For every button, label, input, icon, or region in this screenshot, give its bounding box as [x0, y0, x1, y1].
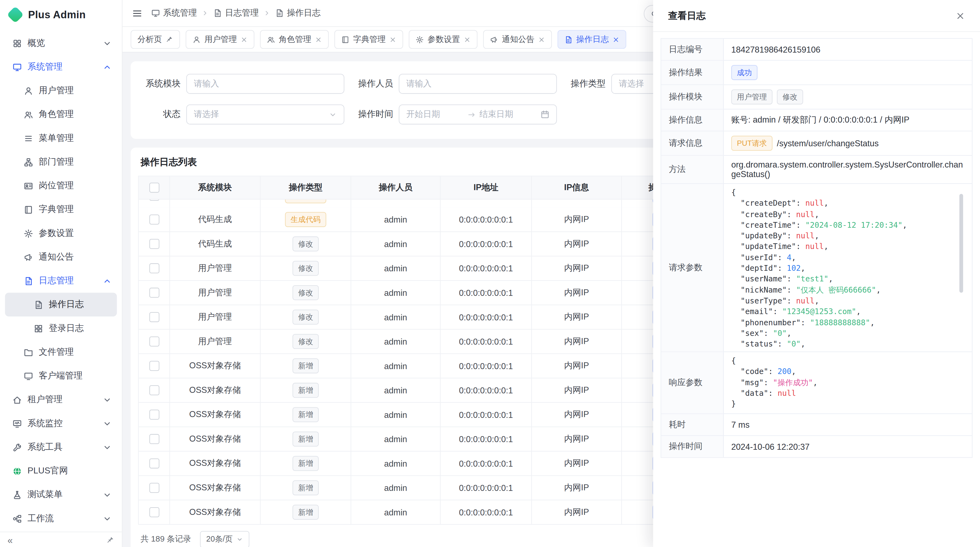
sidebar-item-label: 菜单管理	[39, 133, 74, 144]
tab-notice[interactable]: 通知公告	[483, 30, 552, 49]
json-code: { "code": 200, "msg": "操作成功", "data": nu…	[731, 356, 963, 410]
system-module-input[interactable]: 请输入	[186, 74, 344, 94]
tab-analysis[interactable]: 分析页	[130, 30, 180, 49]
home-icon	[13, 395, 22, 404]
cell-module: OSS对象存储	[170, 378, 261, 403]
sidebar-collapse-button[interactable]: «	[8, 535, 13, 544]
row-checkbox[interactable]	[149, 288, 159, 298]
sidebar-item-role-management[interactable]: 角色管理	[5, 103, 117, 126]
menu-toggle-button[interactable]	[132, 8, 142, 19]
sidebar-item-workflow[interactable]: 工作流	[5, 507, 117, 530]
row-checkbox[interactable]	[149, 336, 159, 346]
detail-label: 操作模块	[661, 85, 724, 109]
sidebar-item-param-settings[interactable]: 参数设置	[5, 222, 117, 245]
sidebar-item-notice[interactable]: 通知公告	[5, 245, 117, 269]
cell-ip: 0:0:0:0:0:0:0:1	[441, 452, 532, 476]
checkbox-cell	[139, 232, 170, 257]
column-header: 操作人员	[351, 176, 441, 199]
sidebar-item-dept-management[interactable]: 部门管理	[5, 150, 117, 174]
select-all-checkbox[interactable]	[149, 182, 159, 193]
chevron-down-icon	[103, 442, 112, 452]
sidebar-item-user-management[interactable]: 用户管理	[5, 79, 117, 102]
cell-ip: 0:0:0:0:0:0:0:1	[441, 427, 532, 452]
cell-operator: admin	[351, 232, 441, 257]
operation-time-daterange[interactable]: 开始日期结束日期	[399, 104, 557, 124]
sidebar-item-operation-log[interactable]: 操作日志	[5, 293, 117, 316]
tab-param-settings[interactable]: 参数设置	[409, 30, 478, 49]
row-checkbox[interactable]	[149, 263, 159, 273]
filter-group-operation-time: 操作时间开始日期结束日期	[355, 104, 557, 124]
row-checkbox[interactable]	[149, 199, 159, 201]
drawer-close-button[interactable]	[956, 11, 965, 20]
chevron-up-icon	[103, 276, 112, 285]
row-checkbox[interactable]	[149, 507, 159, 517]
row-checkbox[interactable]	[149, 483, 159, 493]
module-badge: 修改	[777, 89, 803, 104]
sidebar-item-plus-website[interactable]: PLUS官网	[5, 459, 117, 483]
tab-close-icon[interactable]	[241, 36, 247, 43]
cell-ip: 0:0:0:0:0:0:0:1	[441, 281, 532, 305]
sidebar-item-system-management[interactable]: 系统管理	[5, 55, 117, 79]
sidebar-pin-button[interactable]	[106, 536, 115, 544]
filter-label: 系统模块	[142, 78, 180, 89]
tab-user-management[interactable]: 用户管理	[186, 30, 255, 49]
tab-label: 用户管理	[204, 34, 237, 45]
tab-role-management[interactable]: 角色管理	[260, 30, 329, 49]
row-checkbox[interactable]	[149, 458, 159, 469]
tab-close-icon[interactable]	[464, 36, 471, 43]
cell-action: 生成代码	[261, 207, 351, 232]
sidebar-item-log-management[interactable]: 日志管理	[5, 269, 117, 293]
sidebar-item-login-log[interactable]: 登录日志	[5, 317, 117, 340]
tab-dict-management[interactable]: 字典管理	[334, 30, 403, 49]
tab-close-icon[interactable]	[389, 36, 396, 43]
gear-icon	[24, 228, 33, 238]
detail-value: 1842781986426159106	[731, 45, 821, 54]
row-checkbox[interactable]	[149, 434, 159, 444]
cell-ip: 0:0:0:0:0:0:0:1	[441, 232, 532, 257]
page-size-select[interactable]: 20条/页	[200, 531, 250, 547]
action-type-badge: 生成代码	[285, 212, 326, 227]
status-select[interactable]: 请选择	[186, 104, 344, 124]
sidebar-item-system-monitor[interactable]: 系统监控	[5, 411, 117, 435]
users-icon	[24, 110, 33, 119]
action-type-badge: 新增	[293, 383, 318, 398]
cell-action: 修改	[261, 281, 351, 305]
sidebar-item-system-tools[interactable]: 系统工具	[5, 435, 117, 459]
sidebar-item-client-management[interactable]: 客户端管理	[5, 364, 117, 388]
user-icon	[24, 86, 33, 95]
breadcrumb-item-system-management[interactable]: 系统管理	[151, 8, 197, 19]
breadcrumb-item-operation-log[interactable]: 操作日志	[275, 8, 321, 19]
sidebar-item-test-menu[interactable]: 测试菜单	[5, 483, 117, 506]
detail-label: 请求参数	[661, 184, 724, 351]
row-checkbox[interactable]	[149, 361, 159, 371]
sidebar-item-file-management[interactable]: 文件管理	[5, 340, 117, 364]
row-checkbox[interactable]	[149, 410, 159, 420]
tab-close-icon[interactable]	[538, 36, 545, 43]
operator-input[interactable]: 请输入	[399, 74, 557, 94]
tab-close-icon[interactable]	[315, 36, 322, 43]
cell-action: 新增	[261, 403, 351, 427]
sidebar-item-post-management[interactable]: 岗位管理	[5, 174, 117, 198]
detail-row-method: 方法org.dromara.system.controller.system.S…	[661, 156, 972, 184]
breadcrumb-item-log-management[interactable]: 日志管理	[213, 8, 259, 19]
document-icon	[564, 35, 573, 44]
row-checkbox[interactable]	[149, 312, 159, 322]
row-checkbox[interactable]	[149, 385, 159, 395]
monitor-icon	[151, 9, 160, 18]
row-checkbox[interactable]	[149, 215, 159, 225]
tab-close-icon[interactable]	[612, 36, 619, 43]
scrollbar-thumb[interactable]	[959, 194, 963, 293]
cell-module: 用户管理	[170, 281, 261, 305]
logo-row[interactable]: Plus Admin	[0, 0, 122, 29]
sidebar-item-tenant-management[interactable]: 租户管理	[5, 388, 117, 411]
sidebar-item-menu-management[interactable]: 菜单管理	[5, 126, 117, 150]
cell-operator: admin	[351, 378, 441, 403]
tab-operation-log[interactable]: 操作日志	[557, 30, 626, 49]
sidebar-item-overview[interactable]: 概览	[5, 31, 117, 55]
cell-ip: 0:0:0:0:0:0:0:1	[441, 207, 532, 232]
sidebar-item-dict-management[interactable]: 字典管理	[5, 198, 117, 222]
detail-label: 请求信息	[661, 131, 724, 155]
action-type-badge: 新增	[293, 480, 318, 495]
action-type-badge: 新增	[293, 359, 318, 373]
row-checkbox[interactable]	[149, 239, 159, 249]
